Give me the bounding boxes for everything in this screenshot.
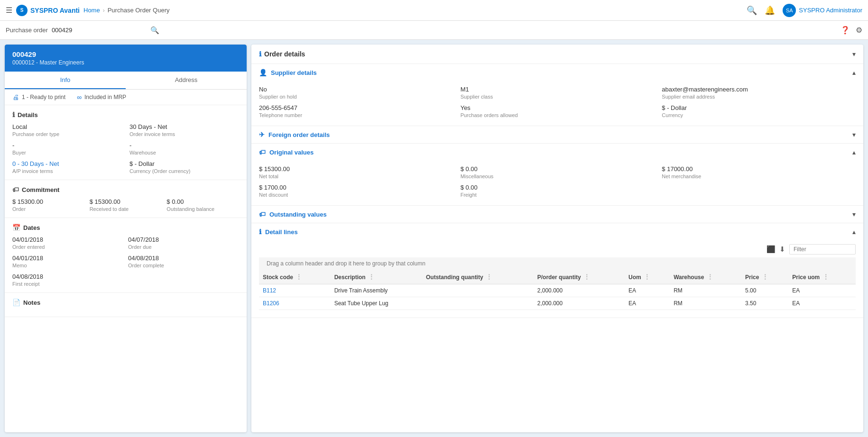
col-sep-price-uom[interactable]: ⋮ [822,273,829,281]
col-sep-uom[interactable]: ⋮ [644,273,650,281]
dates-section: 📅 Dates 04/01/2018 Order entered 04/07/2… [5,218,247,293]
col-sep-price[interactable]: ⋮ [762,273,768,281]
filter-input[interactable] [789,244,856,255]
order-amount-value: $ 15300.00 [12,198,85,205]
search-bar-icons: ❓ ⚙ [840,26,862,35]
po-allowed-label: Purchase orders allowed [461,112,655,118]
foreign-order-header[interactable]: ✈ Foreign order details ▾ [251,126,863,143]
field-po-allowed: Yes Purchase orders allowed [461,104,655,118]
export-icon[interactable]: ⬛ [766,245,776,254]
outstanding-values-icon: 🏷 [259,210,266,218]
supplier-currency-value: $ - Dollar [662,104,856,111]
net-discount-value: $ 1700.00 [259,184,453,191]
field-received-to-date: $ 15300.00 Received to date [90,198,162,212]
brand-logo[interactable]: S SYSPRO Avanti [16,5,80,16]
user-area[interactable]: SA SYSPRO Administrator [783,4,862,17]
stock-code-link[interactable]: B112 [263,287,276,294]
supplier-class-value: M1 [461,86,655,93]
col-sep-warehouse[interactable]: ⋮ [707,273,713,281]
detail-lines-content: ⬛ ⬇ Drag a column header and drop it her… [251,240,863,318]
supplier-currency-label: Currency [662,112,856,118]
warehouse-value: - [129,142,239,149]
col-sep-stock-code[interactable]: ⋮ [295,273,302,281]
settings-icon[interactable]: ⚙ [856,26,862,35]
supplier-details-accordion: 👤 Supplier details ▴ No Supplier on hold… [251,64,863,126]
currency-value: $ - Dollar [129,160,239,167]
bell-icon[interactable]: 🔔 [765,5,775,16]
order-number: 000429 [12,50,239,58]
left-tabs: Info Address [5,72,247,90]
details-title: ℹ Details [12,111,239,118]
table-row: B112 Drive Train Assembly 2,000.000 EA R… [259,284,856,297]
help-icon[interactable]: ❓ [840,26,850,35]
net-merchandise-value: $ 17000.00 [662,165,856,173]
search-submit-icon[interactable]: 🔍 [150,26,159,35]
dates-fields: 04/01/2018 Order entered 04/07/2018 Orde… [12,236,239,287]
dates-title: 📅 Dates [12,224,239,231]
order-invoice-terms-value: 30 Days - Net [129,123,239,130]
breadcrumb-current: Purchase Order Query [108,7,170,14]
col-sep-description[interactable]: ⋮ [368,273,375,281]
commitment-icon: 🏷 [12,186,19,193]
order-details-header[interactable]: ℹ Order details ▾ [251,45,863,64]
cell-uom: EA [625,297,670,310]
notes-title: 📄 Notes [12,299,239,306]
foreign-order-chevron: ▾ [852,131,856,138]
commitment-fields: $ 15300.00 Order $ 15300.00 Received to … [12,198,239,212]
original-values-accordion: 🏷 Original values ▴ $ 15300.00 Net total… [251,144,863,206]
first-receipt-value: 04/08/2018 [12,273,123,280]
order-entered-value: 04/01/2018 [12,236,123,243]
field-ap-invoice-terms: 0 - 30 Days - Net A/P invoice terms [12,160,122,174]
supplier-on-hold-value: No [259,86,453,93]
tab-info[interactable]: Info [5,72,126,89]
net-total-value: $ 15300.00 [259,165,453,173]
detail-lines-icon: ℹ [259,228,261,236]
memo-value: 04/01/2018 [12,255,123,262]
nav-left: ☰ S SYSPRO Avanti Home › Purchase Order … [6,5,169,16]
original-values-chevron: ▴ [852,148,856,156]
nav-right: 🔍 🔔 SA SYSPRO Administrator [747,4,862,17]
col-sep-outstanding-qty[interactable]: ⋮ [486,273,492,281]
supplier-details-chevron: ▴ [852,69,856,76]
search-input[interactable] [52,27,147,34]
field-outstanding-balance: $ 0.00 Outstanding balance [166,198,239,212]
drag-hint: Drag a column header and drop it here to… [259,257,856,270]
detail-lines-accordion: ℹ Detail lines ▴ ⬛ ⬇ Drag a column heade… [251,223,863,318]
left-panel: 000429 0000012 - Master Engineers Info A… [5,45,247,432]
hamburger-icon[interactable]: ☰ [6,6,12,15]
ap-invoice-terms-label: A/P invoice terms [12,168,122,174]
supplier-name: 0000012 - Master Engineers [12,59,239,66]
cell-porder-qty: 2,000.000 [534,297,625,310]
outstanding-balance-value: $ 0.00 [166,198,239,205]
miscellaneous-value: $ 0.00 [461,165,655,173]
field-supplier-on-hold: No Supplier on hold [259,86,453,100]
cell-description: Seat Tube Upper Lug [331,297,422,310]
breadcrumb-home[interactable]: Home [83,7,100,14]
search-icon[interactable]: 🔍 [747,5,757,16]
buyer-value: - [12,142,122,149]
table-header-row: Stock code ⋮ Description ⋮ Outstanding q… [259,270,856,284]
received-to-date-label: Received to date [90,206,162,212]
details-icon: ℹ [12,111,15,118]
print-status: 🖨 1 - Ready to print [12,93,65,101]
field-memo: 04/01/2018 Memo [12,255,123,268]
original-values-header[interactable]: 🏷 Original values ▴ [251,144,863,161]
tab-address[interactable]: Address [126,72,247,89]
supplier-details-content: No Supplier on hold M1 Supplier class ab… [251,81,863,126]
detail-lines-header[interactable]: ℹ Detail lines ▴ [251,223,863,240]
net-merchandise-label: Net merchandise [662,173,856,179]
field-net-discount: $ 1700.00 Net discount [259,184,453,198]
supplier-email-label: Supplier email address [662,94,856,100]
field-order-due: 04/07/2018 Order due [128,236,239,250]
ap-invoice-terms-value[interactable]: 0 - 30 Days - Net [12,160,122,167]
user-name: SYSPRO Administrator [799,7,862,14]
breadcrumb: Home › Purchase Order Query [83,7,169,14]
supplier-details-header[interactable]: 👤 Supplier details ▴ [251,64,863,81]
outstanding-values-header[interactable]: 🏷 Outstanding values ▾ [251,206,863,223]
col-sep-porder-qty[interactable]: ⋮ [583,273,590,281]
col-description: Description ⋮ [331,270,422,284]
cell-uom: EA [625,284,670,297]
download-icon[interactable]: ⬇ [779,245,785,254]
field-first-receipt: 04/08/2018 First receipt [12,273,123,287]
stock-code-link[interactable]: B1206 [263,300,279,307]
